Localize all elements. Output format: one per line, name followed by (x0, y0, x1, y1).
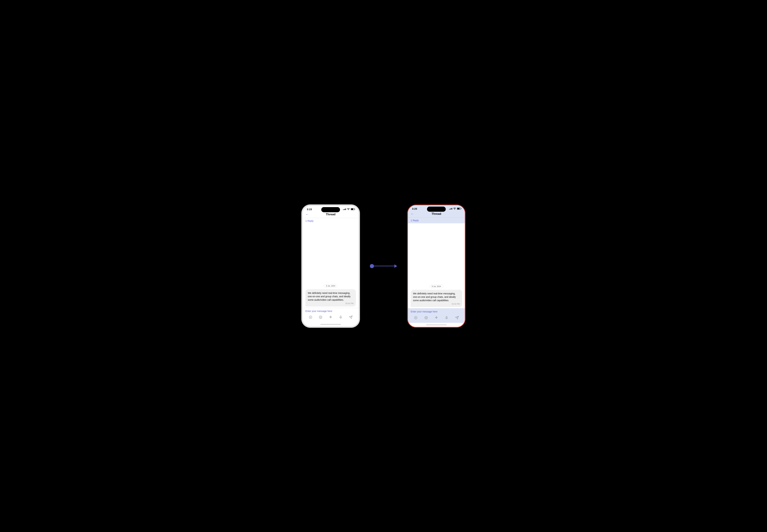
toolbar-1 (303, 313, 358, 322)
reply-text-2[interactable]: 1 Reply (411, 219, 419, 222)
input-area-2: Enter your message here (408, 308, 465, 323)
mic-button-2[interactable] (444, 315, 449, 320)
signal-icon-1 (343, 208, 346, 210)
svg-point-14 (426, 317, 426, 318)
message-bubble-2: We definitely need real-time messaging, … (411, 290, 462, 307)
dynamic-island-1 (321, 207, 340, 212)
nav-header-1: ← Thread (303, 211, 358, 218)
reply-bar-1: 1 Reply (303, 218, 358, 224)
svg-rect-7 (340, 316, 341, 317)
arrow-dot (370, 264, 374, 268)
add-button-2[interactable] (413, 315, 419, 320)
home-indicator-2 (408, 323, 465, 327)
message-input-1[interactable]: Enter your message here (303, 308, 358, 313)
message-input-2[interactable]: Enter your message here (408, 309, 465, 314)
svg-point-4 (319, 316, 322, 319)
message-time-1: 03:42 PM (308, 302, 353, 304)
scene: 3:15 (295, 198, 472, 334)
reply-text-1[interactable]: 1 Reply (305, 220, 313, 222)
svg-point-0 (348, 210, 348, 210)
date-label-2: 8 Jul, 2024 (411, 285, 462, 288)
emoji-button-1[interactable] (318, 314, 323, 320)
wifi-icon-2 (453, 207, 456, 210)
status-time-1: 3:15 (307, 208, 312, 211)
svg-point-15 (426, 317, 427, 318)
home-indicator-1 (303, 322, 358, 326)
home-bar-1 (320, 324, 341, 325)
message-text-1: We definitely need real-time messaging, … (308, 291, 353, 302)
send-button-1[interactable] (348, 314, 353, 320)
status-icons-2 (449, 207, 461, 210)
dynamic-island-2 (427, 207, 446, 212)
phone-2: 3:25 (408, 205, 465, 327)
svg-point-13 (425, 316, 428, 319)
emoji-button-2[interactable] (424, 315, 429, 320)
phone-2-wrapper: 3:25 (408, 205, 465, 327)
svg-point-9 (455, 209, 455, 209)
transition-arrow (370, 264, 397, 268)
message-text-2: We definitely need real-time messaging, … (413, 292, 460, 302)
message-area-1: 8 Jul, 2024 We definitely need real-time… (303, 224, 358, 308)
reply-bar-2: 1 Reply (408, 218, 465, 223)
battery-icon-2 (457, 208, 461, 210)
status-icons-1 (343, 208, 354, 211)
signal-icon-2 (449, 208, 452, 209)
battery-icon-1 (351, 208, 354, 210)
svg-rect-16 (446, 316, 447, 318)
svg-point-6 (321, 317, 321, 317)
wifi-icon-1 (347, 208, 350, 211)
date-badge-1: 8 Jul, 2024 (324, 284, 337, 288)
toolbar-2 (408, 314, 465, 323)
sparkle-button-1[interactable] (328, 314, 333, 320)
arrow-line (374, 266, 395, 266)
back-button-2[interactable]: ← (411, 212, 414, 216)
svg-point-5 (320, 317, 320, 317)
date-badge-2: 8 Jul, 2024 (430, 285, 443, 288)
send-button-2[interactable] (454, 315, 460, 320)
message-time-2: 03:42 PM (413, 303, 460, 305)
add-button-1[interactable] (308, 314, 313, 320)
status-bar-1: 3:15 (303, 206, 358, 211)
date-label-1: 8 Jul, 2024 (305, 284, 356, 288)
arrow-head (395, 264, 397, 268)
phone-1-wrapper: 3:15 (302, 205, 359, 327)
input-area-1: Enter your message here (303, 308, 358, 322)
nav-title-1: Thread (326, 213, 335, 216)
mic-button-1[interactable] (338, 314, 343, 320)
phone-1: 3:15 (302, 205, 359, 327)
nav-title-2: Thread (432, 212, 441, 216)
back-button-1[interactable]: ← (305, 212, 309, 216)
sparkle-button-2[interactable] (434, 315, 439, 320)
message-area-2: 8 Jul, 2024 We definitely need real-time… (408, 223, 465, 308)
status-time-2: 3:25 (412, 207, 417, 210)
nav-header-2: ← Thread (408, 211, 465, 218)
status-bar-2: 3:25 (408, 205, 465, 211)
message-bubble-1: We definitely need real-time messaging, … (305, 289, 356, 306)
home-bar-2 (426, 325, 447, 325)
